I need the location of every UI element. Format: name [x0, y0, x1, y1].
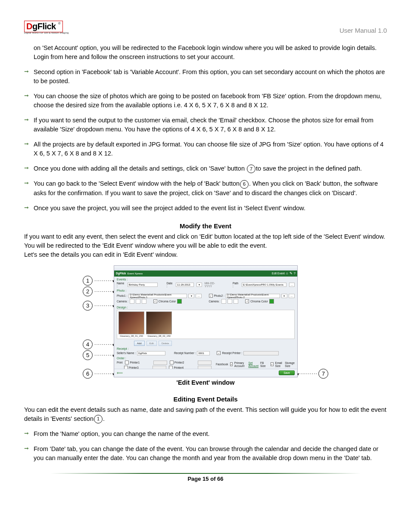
camera2-label: Camera :	[209, 300, 221, 303]
camera-icon-1[interactable]	[130, 299, 134, 304]
name-label: Name :	[117, 282, 125, 288]
chroma2-color-swatch[interactable]	[269, 299, 274, 304]
back-button[interactable]: ⟸	[117, 370, 123, 376]
receipt-printer-checkbox[interactable]: ✓	[217, 351, 221, 355]
date-format-hint: MM-DD-YYYY	[205, 282, 221, 288]
primary-account-checkbox[interactable]: ✓	[230, 362, 233, 366]
bullet-item: From the 'Name' option, you can change t…	[24, 429, 387, 439]
photo1-browse[interactable]: ...	[196, 294, 202, 298]
save-button[interactable]: Save	[279, 370, 295, 375]
inline-callout-seven: 7	[247, 165, 255, 173]
camera2-icon-1[interactable]	[221, 299, 226, 304]
path-browse-button[interactable]: ...	[289, 283, 295, 287]
printer2-checkbox[interactable]	[170, 361, 174, 364]
app-subtitle: Event Xpress	[127, 272, 143, 275]
design-thumb-1[interactable]: Greenery_08_01_150	[118, 311, 144, 337]
photo1-label: Photo1 :	[117, 294, 127, 297]
settings-icon[interactable]: ✎	[290, 271, 293, 275]
callout-6: 6	[83, 369, 93, 379]
chroma-label: Chroma Color	[159, 300, 176, 303]
delete-button[interactable]: Delete	[159, 341, 172, 346]
printer2-select[interactable]	[198, 361, 212, 365]
email-checkbox[interactable]: ✓	[271, 362, 273, 366]
continuation-paragraph: on 'Set Account' option, you will be red…	[24, 44, 387, 62]
receipt-printer-select[interactable]	[243, 351, 279, 355]
window-title: Edit Event	[272, 272, 285, 275]
seller-input[interactable]: DgFlick	[137, 351, 165, 355]
path-label: Path :	[233, 282, 239, 288]
photo2-checkbox[interactable]: ✓	[209, 294, 213, 298]
callout-5: 5	[83, 350, 93, 360]
storage-size-label: Storage Size	[285, 361, 295, 367]
camera2-icon-3[interactable]	[234, 299, 238, 304]
receipt-number-label: Receipt Number :	[174, 352, 196, 355]
thumbnail-caption: Greenery_08_02_150	[146, 335, 172, 337]
callout-3: 3	[83, 301, 93, 311]
edit-button[interactable]: Edit	[146, 341, 157, 346]
help-icon[interactable]: ?	[294, 271, 296, 275]
callout-arrow-icon	[94, 278, 115, 283]
photo2-path[interactable]: D:\Demo Material\all Products\Event Xpre…	[226, 294, 280, 298]
section-receipt: Receipt :	[117, 347, 295, 350]
logo-letter-d: D	[26, 22, 32, 31]
camera-label: Camera :	[117, 300, 128, 303]
thumbnail-image	[146, 311, 172, 334]
callout-2: 2	[83, 286, 93, 296]
printer2-label: Printer2	[174, 361, 184, 364]
bullet-item: All the projects are by default exported…	[24, 140, 387, 158]
photo1-dropdown[interactable]: ▾	[188, 294, 194, 298]
bullet-item: Once you save the project, you will see …	[24, 204, 387, 213]
home-icon[interactable]: ⌂	[286, 271, 288, 275]
fbsize-label: FB Size	[260, 361, 266, 367]
camera2-icon-2[interactable]	[227, 299, 232, 304]
thumbnail-caption: Greenery_08_01_150	[118, 335, 144, 337]
callout-arrow-icon	[94, 289, 115, 294]
edit-event-screenshot: DgFlick Event Xpress Edit Event ⌂ ✎ ? Ev…	[114, 265, 298, 377]
logo: DgFlick ® Digital World For Still & Moti…	[24, 21, 72, 40]
photo2-browse[interactable]: ...	[289, 294, 295, 298]
photo2-dropdown[interactable]: ▾	[281, 294, 287, 298]
printer1-label: Printer1	[130, 361, 140, 364]
chroma-color-swatch[interactable]	[177, 299, 182, 304]
photo1-path[interactable]: D:\Demo Material\all Products\Event Xpre…	[128, 294, 187, 298]
edit-event-screenshot-figure: 1 2 3 4 5 6 7	[83, 265, 328, 377]
section-events: Events :	[117, 278, 295, 281]
callout-arrow-icon	[296, 371, 317, 376]
chroma-checkbox[interactable]: ✓	[153, 299, 157, 303]
name-input[interactable]: Birthday Party	[128, 283, 158, 287]
print-label: Print	[117, 361, 122, 364]
callout-4: 4	[83, 339, 93, 349]
date-input[interactable]: 11-29-2013	[176, 283, 194, 287]
date-picker-button[interactable]: ▾	[196, 283, 202, 287]
design-thumb-2[interactable]: Greenery_08_02_150	[146, 311, 172, 337]
app-brand: DgFlick	[116, 272, 126, 275]
printer1-select[interactable]	[153, 361, 167, 365]
bullet-item-back: You can go back to the 'Select Event' wi…	[24, 179, 387, 197]
inline-callout-six: 6	[240, 180, 249, 189]
section-order: Order :	[117, 357, 295, 360]
receipt-number-input[interactable]: 0001	[197, 351, 210, 355]
callout-arrow-icon	[94, 342, 115, 347]
footer-divider	[50, 473, 361, 474]
modify-event-paragraph: If you want to edit any event, then sele…	[24, 232, 387, 259]
design-thumbnails-area: Greenery_08_01_150 Greenery_08_02_150	[117, 310, 295, 339]
add-button[interactable]: Add	[134, 341, 145, 346]
callout-arrow-icon	[94, 303, 115, 308]
callout-7: 7	[318, 369, 328, 379]
bullet-item: From 'Date' tab, you can change the date…	[24, 445, 387, 463]
page-number: Page 15 of 66	[24, 476, 387, 482]
bullet-item: You can choose the size of photos which …	[24, 92, 387, 110]
bullet-item: If you want to send the output to the cu…	[24, 116, 387, 134]
camera-icon-3[interactable]	[142, 299, 146, 304]
path-input[interactable]: E:\EventXpressPRO 1.0\My Events	[242, 283, 286, 287]
camera-icon-2[interactable]	[136, 299, 140, 304]
printer1-checkbox[interactable]	[125, 361, 129, 364]
chroma2-checkbox[interactable]: ✓	[245, 299, 249, 303]
logo-reg: ®	[58, 22, 61, 25]
callout-arrow-icon	[94, 371, 115, 376]
set-account-link[interactable]: Set Account	[249, 361, 258, 367]
receipt-printer-label: Receipt Printer :	[222, 352, 242, 355]
chroma2-label: Chroma Color	[250, 300, 268, 303]
logo-letters-rest: gFlick	[32, 22, 56, 31]
photo2-label: Photo2 :	[214, 294, 224, 297]
